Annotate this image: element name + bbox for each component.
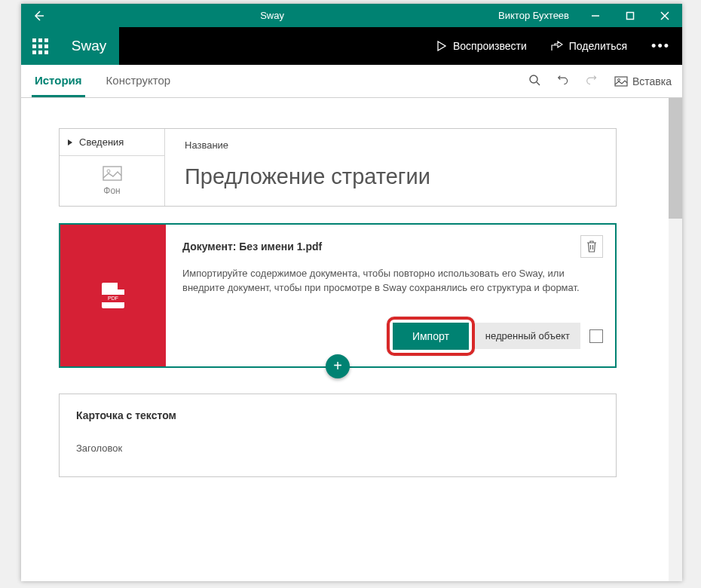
play-icon bbox=[436, 41, 447, 51]
details-toggle[interactable]: Сведения bbox=[60, 129, 164, 156]
import-button[interactable]: Импорт bbox=[393, 323, 469, 350]
undo-button[interactable] bbox=[557, 74, 569, 89]
share-label: Поделиться bbox=[569, 40, 627, 52]
text-card[interactable]: Карточка с текстом Заголовок bbox=[59, 394, 617, 477]
play-button[interactable]: Воспроизвести bbox=[424, 27, 539, 65]
title-card-main: Название Предложение стратегии bbox=[165, 129, 616, 206]
text-card-heading-input[interactable]: Заголовок bbox=[76, 443, 599, 454]
app-header: Sway Воспроизвести Поделиться ••• bbox=[21, 27, 682, 65]
svg-rect-0 bbox=[627, 12, 634, 19]
share-button[interactable]: Поделиться bbox=[539, 27, 639, 65]
close-button[interactable] bbox=[647, 4, 682, 27]
toolbar: История Конструктор Вставка bbox=[21, 65, 682, 98]
document-card-body: Документ: Без имени 1.pdf Импортируйте с… bbox=[166, 225, 615, 366]
svg-point-3 bbox=[617, 78, 620, 81]
redo-button[interactable] bbox=[586, 74, 598, 89]
document-card[interactable]: PDF Документ: Без имени 1.pdf Импортируй… bbox=[59, 223, 617, 368]
image-icon bbox=[103, 166, 122, 181]
username-label[interactable]: Виктор Бухтеев bbox=[489, 10, 578, 21]
document-description: Импортируйте содержимое документа, чтобы… bbox=[182, 267, 603, 296]
tab-design[interactable]: Конструктор bbox=[103, 65, 174, 97]
delete-button[interactable] bbox=[580, 235, 603, 258]
pdf-badge: PDF bbox=[102, 295, 124, 302]
minimize-button[interactable] bbox=[578, 4, 613, 27]
back-button[interactable] bbox=[21, 4, 55, 27]
tab-story[interactable]: История bbox=[32, 65, 85, 97]
search-button[interactable] bbox=[528, 74, 540, 89]
title-field-label: Название bbox=[185, 139, 596, 151]
undo-icon bbox=[557, 74, 569, 86]
import-highlight: Импорт bbox=[387, 317, 475, 356]
embed-checkbox[interactable] bbox=[589, 329, 603, 343]
app-name-tab[interactable]: Sway bbox=[59, 27, 119, 65]
caret-right-icon bbox=[67, 139, 73, 146]
scrollbar-track[interactable] bbox=[669, 98, 682, 581]
redo-icon bbox=[586, 74, 598, 86]
content-area: Сведения Фон Название Предложение страте… bbox=[21, 98, 682, 581]
embed-button[interactable]: недренный объект bbox=[475, 323, 580, 349]
add-card-button[interactable]: + bbox=[326, 354, 350, 378]
document-title: Документ: Без имени 1.pdf bbox=[182, 240, 322, 253]
maximize-button[interactable] bbox=[613, 4, 647, 27]
waffle-icon bbox=[32, 38, 48, 54]
insert-icon bbox=[614, 76, 628, 87]
title-card-sidebar: Сведения Фон bbox=[60, 129, 165, 206]
background-button[interactable]: Фон bbox=[103, 156, 122, 206]
title-input[interactable]: Предложение стратегии bbox=[185, 164, 596, 189]
app-window: Sway Виктор Бухтеев Sway Воспроизвести П… bbox=[21, 4, 682, 581]
background-label: Фон bbox=[103, 185, 120, 196]
trash-icon bbox=[586, 240, 597, 253]
pdf-file-icon: PDF bbox=[102, 283, 124, 308]
document-actions: Импорт недренный объект bbox=[182, 317, 603, 356]
titlebar: Sway Виктор Бухтеев bbox=[21, 4, 682, 27]
insert-label: Вставка bbox=[632, 75, 672, 87]
insert-button[interactable]: Вставка bbox=[614, 75, 672, 87]
app-title: Sway bbox=[55, 10, 489, 21]
share-icon bbox=[551, 41, 563, 51]
svg-point-5 bbox=[107, 170, 110, 173]
play-label: Воспроизвести bbox=[453, 40, 527, 52]
details-label: Сведения bbox=[79, 136, 124, 148]
svg-point-1 bbox=[530, 75, 537, 83]
actions-bar: Воспроизвести Поделиться ••• bbox=[119, 27, 682, 65]
search-icon bbox=[528, 74, 540, 86]
pdf-thumbnail: PDF bbox=[60, 225, 166, 366]
app-launcher-button[interactable] bbox=[21, 27, 59, 65]
scrollbar-thumb[interactable] bbox=[669, 98, 682, 219]
more-button[interactable]: ••• bbox=[639, 38, 682, 54]
plus-icon: + bbox=[333, 357, 342, 375]
title-card[interactable]: Сведения Фон Название Предложение страте… bbox=[59, 128, 617, 207]
text-card-header: Карточка с текстом bbox=[76, 409, 599, 421]
